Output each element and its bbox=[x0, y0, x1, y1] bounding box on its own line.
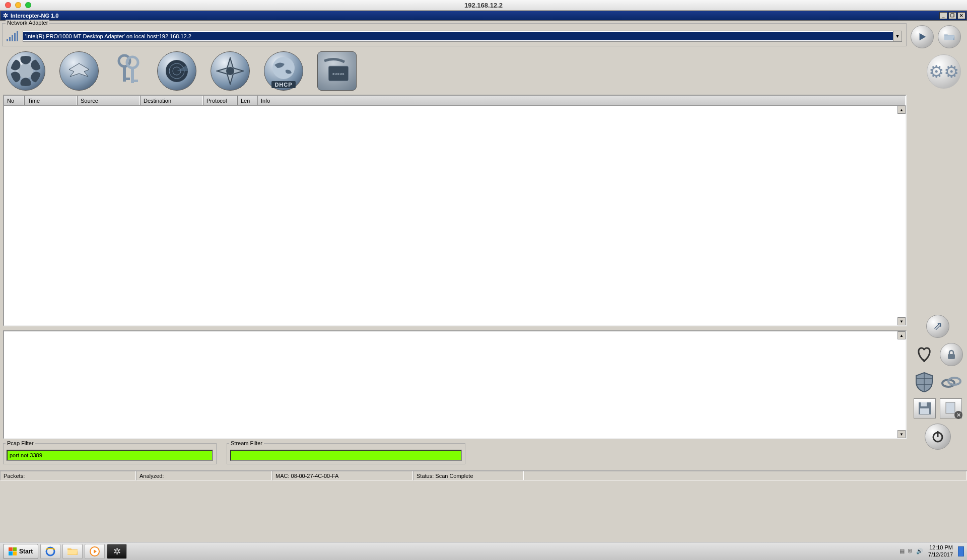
globe-icon bbox=[268, 55, 299, 85]
tray-volume-icon[interactable]: 🔊 bbox=[916, 548, 923, 554]
taskbar-media[interactable] bbox=[85, 544, 105, 559]
svg-point-11 bbox=[226, 67, 234, 75]
network-adapter-group: Network Adapter 'Intel(R) PRO/1000 MT De… bbox=[2, 23, 907, 46]
spikes-mode-button[interactable] bbox=[211, 51, 250, 91]
bird-mode-button[interactable] bbox=[59, 51, 99, 91]
minimize-button[interactable]: _ bbox=[939, 12, 947, 19]
gear-icon: ✲ bbox=[3, 12, 8, 19]
scroll-down-button[interactable]: ▼ bbox=[897, 317, 906, 325]
clock-date: 7/12/2017 bbox=[928, 551, 953, 558]
tray-shield-icon[interactable]: ⛨ bbox=[908, 548, 913, 554]
minimize-icon[interactable] bbox=[15, 2, 21, 8]
heartbleed-icon bbox=[914, 344, 934, 364]
show-desktop-button[interactable] bbox=[958, 546, 964, 556]
eagle-icon bbox=[64, 59, 94, 83]
x-badge-icon: ✕ bbox=[954, 411, 962, 419]
icq-mode-button[interactable] bbox=[6, 51, 45, 91]
svg-rect-21 bbox=[946, 402, 955, 413]
taskbar-explorer[interactable] bbox=[62, 544, 83, 559]
dhcp-label: DHCP bbox=[271, 81, 295, 88]
adapter-value: 'Intel(R) PRO/1000 MT Desktop Adapter' o… bbox=[23, 32, 893, 40]
filters-row: Pcap Filter Stream Filter bbox=[3, 443, 907, 464]
mac-titlebar: 192.168.12.2 bbox=[0, 0, 967, 11]
link-icon: ⇗ bbox=[933, 320, 942, 333]
lock-button[interactable] bbox=[940, 343, 963, 366]
keys-icon bbox=[114, 53, 142, 89]
shield-button[interactable] bbox=[913, 371, 936, 393]
heart-button[interactable] bbox=[913, 343, 936, 365]
maximize-button[interactable]: ❐ bbox=[948, 12, 956, 19]
pcap-filter-input[interactable] bbox=[7, 450, 213, 461]
zoom-icon[interactable] bbox=[25, 2, 31, 8]
play-button[interactable] bbox=[911, 25, 934, 48]
scroll-down-button[interactable]: ▼ bbox=[897, 430, 906, 438]
tray-icons[interactable]: ▦ ⛨ 🔊 bbox=[900, 548, 923, 554]
col-source[interactable]: Source bbox=[77, 96, 140, 105]
app-title: Intercepter-NG 1.0 bbox=[11, 13, 58, 19]
col-time[interactable]: Time bbox=[24, 96, 77, 105]
clock[interactable]: 12:10 PM 7/12/2017 bbox=[928, 544, 953, 557]
play-circle-icon bbox=[90, 546, 100, 556]
svg-rect-19 bbox=[921, 402, 927, 406]
play-icon bbox=[918, 32, 927, 41]
status-analyzed: Analyzed: bbox=[136, 471, 272, 480]
svg-rect-3 bbox=[123, 78, 130, 80]
col-len[interactable]: Len bbox=[237, 96, 257, 105]
traffic-lights bbox=[0, 2, 31, 8]
settings-button[interactable]: ⚙⚙ bbox=[927, 54, 961, 89]
start-button[interactable]: Start bbox=[3, 544, 38, 559]
folder-icon bbox=[944, 32, 955, 41]
col-info[interactable]: Info bbox=[257, 96, 906, 105]
scroll-up-button[interactable]: ▲ bbox=[897, 331, 906, 339]
stream-filter-input[interactable] bbox=[230, 450, 462, 461]
gear-icon: ✲ bbox=[113, 546, 121, 557]
chevron-down-icon[interactable]: ▼ bbox=[893, 31, 902, 41]
status-mac: MAC: 08-00-27-4C-00-FA bbox=[272, 471, 413, 480]
status-scan: Status: Scan Complete bbox=[413, 471, 524, 480]
svg-rect-15 bbox=[948, 354, 955, 359]
cable-box-icon: 0101101 bbox=[319, 56, 355, 86]
top-right-controls bbox=[911, 25, 961, 48]
power-icon bbox=[931, 430, 944, 443]
taskbar-intercepter[interactable]: ✲ bbox=[107, 544, 127, 559]
close-icon[interactable] bbox=[5, 2, 11, 8]
rings-icon bbox=[941, 374, 962, 390]
app-status-bar: Packets: Analyzed: MAC: 08-00-27-4C-00-F… bbox=[0, 470, 967, 480]
stream-filter-legend: Stream Filter bbox=[229, 440, 264, 446]
status-empty bbox=[524, 471, 967, 480]
link-button[interactable]: ⇗ bbox=[926, 315, 949, 338]
clock-time: 12:10 PM bbox=[928, 544, 953, 551]
dhcp-mode-button[interactable]: DHCP bbox=[264, 51, 303, 91]
col-protocol[interactable]: Protocol bbox=[203, 96, 237, 105]
app-titlebar: ✲ Intercepter-NG 1.0 _ ❐ ✕ bbox=[0, 11, 967, 21]
col-no[interactable]: No bbox=[4, 96, 24, 105]
adapter-legend: Network Adapter bbox=[6, 20, 49, 26]
shield-icon bbox=[914, 372, 934, 393]
pcap-mode-button[interactable]: 0101101 bbox=[317, 51, 357, 91]
pcap-filter-legend: Pcap Filter bbox=[6, 440, 35, 446]
radar-mode-button[interactable] bbox=[157, 51, 196, 91]
col-destination[interactable]: Destination bbox=[140, 96, 203, 105]
keys-mode-button[interactable] bbox=[113, 51, 143, 91]
scroll-up-button[interactable]: ▲ bbox=[897, 106, 906, 114]
power-button[interactable] bbox=[925, 424, 951, 450]
shuriken-icon bbox=[216, 57, 244, 85]
tray-icon[interactable]: ▦ bbox=[900, 548, 905, 554]
lock-icon bbox=[945, 348, 957, 361]
svg-rect-20 bbox=[920, 408, 929, 414]
pcap-filter-group: Pcap Filter bbox=[3, 443, 217, 464]
adapter-dropdown[interactable]: 'Intel(R) PRO/1000 MT Desktop Adapter' o… bbox=[23, 31, 902, 42]
start-label: Start bbox=[19, 548, 33, 555]
close-button[interactable]: ✕ bbox=[957, 12, 965, 19]
svg-rect-23 bbox=[937, 431, 939, 437]
rings-button[interactable] bbox=[940, 371, 963, 393]
save-button[interactable] bbox=[914, 398, 936, 418]
floppy-icon bbox=[918, 401, 932, 415]
delete-button[interactable]: ✕ bbox=[940, 398, 962, 418]
open-folder-button[interactable] bbox=[938, 25, 961, 48]
packets-table[interactable]: No Time Source Destination Protocol Len … bbox=[3, 95, 907, 326]
svg-text:0101101: 0101101 bbox=[332, 73, 344, 76]
gears-icon: ⚙⚙ bbox=[929, 61, 959, 82]
details-pane[interactable]: ▲ ▼ bbox=[3, 330, 907, 439]
taskbar-ie[interactable] bbox=[40, 544, 60, 559]
